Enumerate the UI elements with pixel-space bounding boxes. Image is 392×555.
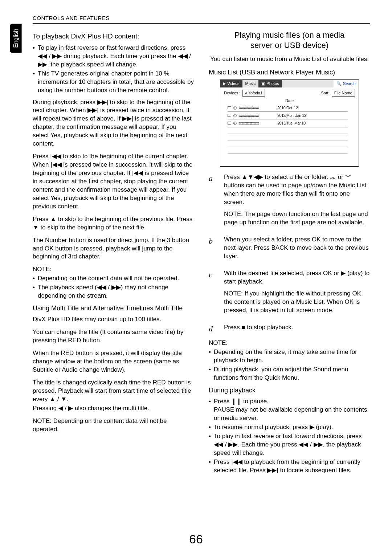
step-body: When you select a folder, press OK to mo… — [224, 236, 370, 261]
paragraph: The title is changed cyclically each tim… — [33, 379, 194, 404]
file-name: xxxxxxxxxx — [239, 121, 275, 126]
during-playback-list: Press ❙❙ to pause. PAUSE may not be avai… — [209, 397, 370, 474]
section-title: Playing music files (on a media server o… — [209, 30, 370, 50]
list-blank-row — [228, 134, 348, 140]
step-d: d Press ■ to stop playback. — [209, 323, 370, 334]
devices-label: Devices : — [224, 90, 240, 96]
file-date: 2010/Oct. 12 — [277, 105, 348, 110]
device-sort-row: Devices : /usb/sda1 Sort: File Name — [220, 87, 359, 97]
date-column-label: Date — [220, 97, 359, 103]
step-b: b When you select a folder, press OK to … — [209, 236, 370, 264]
paragraph: DivX Plus HD files may contain up to 100… — [33, 315, 194, 324]
bullet: Depending on the content data will not b… — [33, 274, 194, 283]
search-icon: 🔍 — [336, 81, 342, 86]
tab-label: Search — [343, 81, 356, 86]
bullet: To play in fast reverse or fast forward … — [209, 432, 370, 457]
file-date: 2013/Mon, Jan 12 — [277, 113, 348, 118]
list-blank-row — [228, 127, 348, 134]
intro-paragraph: You can listen to music from a Music Lis… — [209, 55, 370, 64]
play-icon — [233, 106, 237, 110]
bullets-note-right: Depending on the file size, it may take … — [209, 348, 370, 382]
bullets-playback: To play in fast reverse or fast forward … — [33, 44, 194, 95]
bullet: This TV generates original chapter point… — [33, 70, 194, 95]
photo-icon: ▣ — [261, 81, 265, 86]
subhead-divx: To playback DivX Plus HD content: — [33, 32, 194, 41]
folder-icon — [228, 122, 231, 125]
bullet: Press |◀◀ to playback from the beginning… — [209, 458, 370, 475]
note-label: NOTE: — [33, 265, 194, 274]
file-name: xxxxxxxxxx — [239, 105, 275, 110]
bullet: To play in fast reverse or fast forward … — [33, 44, 194, 69]
list-item[interactable]: xxxxxxxxxx 2013/Mon, Jan 12 — [228, 112, 348, 119]
note-label: NOTE: — [209, 339, 370, 347]
right-column: Playing music files (on a media server o… — [209, 30, 370, 478]
tab-label: Photos — [266, 81, 279, 86]
file-date: 2013/Tue, Mar 10 — [277, 121, 348, 126]
file-list: xxxxxxxxxx 2010/Oct. 12 xxxxxxxxxx 2013/… — [220, 103, 359, 160]
step-letter: d — [209, 323, 217, 334]
media-tabs: Videos Music ▣Photos 🔍Search — [220, 80, 359, 87]
step-body: With the desired file selected, press OK… — [224, 269, 370, 286]
list-item[interactable]: xxxxxxxxxx 2010/Oct. 12 — [228, 104, 348, 112]
paragraph: NOTE: Depending on the content data will… — [33, 417, 194, 434]
bullet: The playback speed (◀◀ / ▶▶) may not cha… — [33, 283, 194, 300]
list-blank-row — [228, 154, 348, 160]
step-letter: c — [209, 269, 217, 318]
music-list-box: Videos Music ▣Photos 🔍Search Devices : /… — [220, 79, 359, 167]
section-title-line1: Playing music files (on a media — [234, 30, 344, 40]
sort-value[interactable]: File Name — [332, 90, 355, 97]
tab-videos[interactable]: Videos — [220, 80, 242, 87]
video-icon — [223, 82, 226, 85]
devices-value[interactable]: /usb/sda1 — [242, 90, 265, 97]
step-body: Press ■ to stop playback. — [224, 323, 370, 332]
step-letter: b — [209, 236, 217, 264]
tab-music[interactable]: Music — [242, 80, 259, 87]
page-number: 66 — [0, 531, 392, 548]
paragraph: Press |◀◀ to skip to the beginning of th… — [33, 152, 194, 211]
step-list: a Press ▲▼◀▶ to select a file or folder.… — [209, 173, 370, 334]
paragraph: You can change the title (It contains sa… — [33, 328, 194, 345]
step-note: NOTE: The page down function on the last… — [224, 210, 370, 227]
sort-label: Sort: — [321, 90, 329, 96]
bullet: To resume normal playback, press ▶ (play… — [209, 423, 370, 432]
paragraph: Press ▲ to skip to the beginning of the … — [33, 215, 194, 232]
play-icon — [233, 114, 237, 117]
list-item[interactable]: xxxxxxxxxx 2013/Tue, Mar 10 — [228, 119, 348, 127]
folder-icon — [228, 114, 231, 117]
section-title-line2: server or USB device) — [250, 41, 328, 50]
tab-search[interactable]: 🔍Search — [334, 80, 359, 87]
left-column: To playback DivX Plus HD content: To pla… — [33, 30, 194, 478]
bullet: Depending on the file size, it may take … — [209, 348, 370, 365]
language-tab: English — [10, 24, 22, 53]
tab-photos[interactable]: ▣Photos — [258, 80, 282, 87]
bullet: During playback, you can adjust the Soun… — [209, 366, 370, 382]
folder-icon — [228, 106, 231, 109]
list-blank-row — [228, 140, 348, 147]
step-letter: a — [209, 173, 217, 230]
during-playback-heading: During playback — [209, 386, 370, 395]
running-header: CONTROLS AND FEATURES — [33, 15, 370, 22]
bullet: Press ❙❙ to pause. PAUSE may not be avai… — [209, 397, 370, 423]
step-note: NOTE: If you highlight the file without … — [224, 290, 370, 315]
bullets-note: Depending on the content data will not b… — [33, 274, 194, 300]
step-a: a Press ▲▼◀▶ to select a file or folder.… — [209, 173, 370, 230]
tab-label: Videos — [227, 81, 239, 86]
list-blank-row — [228, 147, 348, 154]
paragraph: The Number button is used for direct jum… — [33, 236, 194, 261]
paragraph: Pressing ◀ / ▶ also changes the multi ti… — [33, 404, 194, 413]
file-name: xxxxxxxxxx — [239, 113, 275, 118]
step-c: c With the desired file selected, press … — [209, 269, 370, 318]
play-icon — [233, 122, 237, 125]
step-body: Press ▲▼◀▶ to select a file or folder. ︽… — [224, 173, 370, 207]
paragraph: When the RED button is pressed, it will … — [33, 349, 194, 374]
subhead-multititle: Using Multi Title and Alternative Timeli… — [33, 304, 194, 313]
header-rule — [33, 23, 370, 24]
music-list-heading: Music List (USB and Network Player Music… — [209, 68, 370, 77]
paragraph: During playback, press ▶▶| to skip to th… — [33, 98, 194, 148]
